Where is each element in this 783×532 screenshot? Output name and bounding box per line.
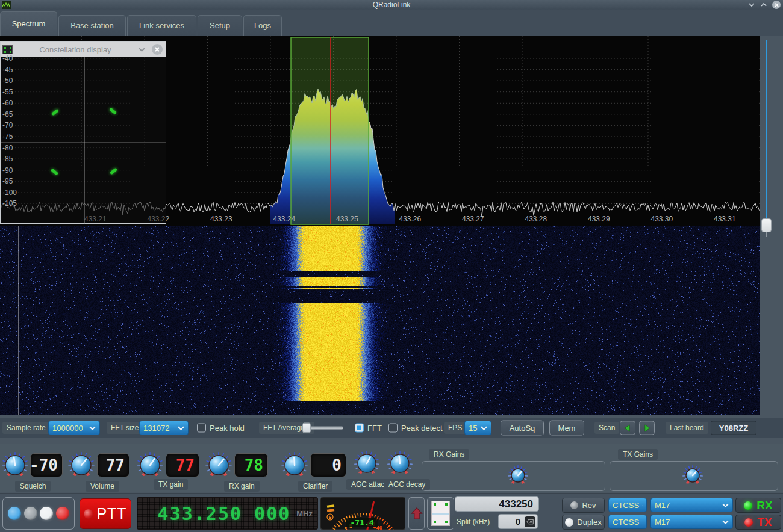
scan-label: Scan	[594, 422, 619, 434]
svg-text:433.29: 433.29	[588, 215, 610, 223]
clarifier-display: 0	[310, 453, 346, 477]
chevron-down-icon	[722, 503, 729, 507]
mode-tx-value: M17	[655, 518, 719, 527]
agc-attack-knob[interactable]	[354, 451, 381, 477]
db-label: -65	[2, 110, 13, 119]
zoom-slider-stub	[766, 232, 767, 237]
rx-gains-knob[interactable]	[508, 465, 528, 486]
fps-dropdown[interactable]: 15	[464, 421, 491, 435]
clear-input-icon[interactable]	[525, 516, 535, 527]
svg-text:433.24: 433.24	[273, 215, 296, 223]
fps-label: FPS	[444, 422, 466, 434]
db-label: -60	[2, 99, 13, 107]
fft-label: FFT	[367, 424, 382, 433]
mode-rx-dropdown[interactable]: M17	[650, 498, 733, 512]
tx-gains-label: TX Gains	[618, 449, 658, 460]
constellation-toggle-button[interactable]	[427, 497, 454, 530]
db-label: -40	[2, 54, 13, 63]
gain-controls-row: -70 Squelch 77 Volume 77 TX gain 78 RX g…	[0, 444, 783, 492]
chevron-down-icon	[722, 520, 729, 524]
rev-button[interactable]: Rev	[562, 498, 605, 513]
constellation-axis-vertical	[84, 57, 85, 224]
rev-label: Rev	[582, 501, 596, 510]
svg-text:-71.4: -71.4	[350, 518, 373, 527]
ctcss-tx-dropdown[interactable]: CTCSS	[608, 515, 647, 529]
waterfall-display[interactable]	[0, 226, 760, 415]
tab-logs[interactable]: Logs	[243, 15, 282, 36]
constellation-point	[51, 109, 59, 116]
frequency-input[interactable]: 433250	[455, 496, 539, 512]
svg-text:433.31: 433.31	[714, 215, 736, 223]
ctcss-rx-dropdown[interactable]: CTCSS	[608, 498, 647, 512]
clarifier-label: Clarifier	[298, 481, 332, 492]
tab-setup[interactable]: Setup	[198, 15, 242, 36]
tab-spectrum[interactable]: Spectrum	[0, 11, 57, 36]
constellation-close-icon[interactable]	[152, 44, 163, 55]
chevron-down-icon	[178, 426, 184, 430]
led2-icon	[24, 507, 37, 520]
constellation-collapse-icon[interactable]	[138, 44, 146, 55]
squelch-knob[interactable]	[2, 452, 28, 478]
fft-size-dropdown[interactable]: 131072	[139, 421, 189, 435]
fft-checkbox[interactable]	[355, 424, 364, 433]
constellation-axis-horizontal	[1, 142, 166, 143]
peak-hold-label: Peak hold	[210, 424, 245, 433]
split-input[interactable]: 0	[498, 514, 538, 529]
tab-base-station[interactable]: Base station	[58, 15, 126, 36]
sample-rate-label: Sample rate	[2, 422, 50, 434]
tx-gain-knob[interactable]	[137, 452, 163, 478]
mode-tx-dropdown[interactable]: M17	[650, 515, 733, 529]
peak-detect-checkbox[interactable]	[388, 424, 398, 433]
tx-led-icon	[744, 518, 753, 527]
scan-forward-button[interactable]	[639, 421, 655, 435]
rx-gains-label: RX Gains	[429, 449, 469, 460]
scan-back-button[interactable]	[620, 421, 635, 435]
clarifier-knob[interactable]	[281, 452, 308, 478]
constellation-title: Constellation display	[13, 45, 138, 54]
constellation-point	[51, 169, 58, 176]
title-bar[interactable]: QRadioLink	[0, 0, 783, 10]
volume-label: Volume	[86, 481, 119, 492]
peak-hold-checkbox[interactable]	[197, 424, 206, 433]
fft-control: FFT	[355, 424, 382, 433]
fft-averaging-slider-handle[interactable]	[302, 423, 311, 433]
rx-gain-label: RX gain	[224, 481, 260, 492]
error-led-icon	[56, 507, 69, 520]
tab-link-services[interactable]: Link services	[127, 15, 196, 36]
ptt-led-icon	[84, 509, 93, 519]
fft-averaging-slider[interactable]	[301, 427, 343, 430]
mem-button[interactable]: Mem	[549, 421, 584, 436]
minimize-icon[interactable]	[748, 2, 755, 7]
volume-knob[interactable]	[68, 452, 95, 478]
autosq-button[interactable]: AutoSq	[501, 421, 544, 436]
agc-decay-knob[interactable]	[387, 451, 414, 477]
zoom-slider-track[interactable]	[766, 40, 767, 220]
rx-gain-knob[interactable]	[205, 452, 232, 478]
ptt-button[interactable]: PTT	[80, 498, 131, 529]
tx-indicator: TX	[735, 515, 781, 530]
tune-up-button[interactable]	[408, 497, 425, 530]
tx-label: TX	[757, 516, 772, 529]
up-arrow-icon	[411, 506, 423, 521]
fft-size-label: FFT size	[107, 422, 143, 434]
tx-gain-display: 77	[166, 453, 199, 477]
constellation-titlebar[interactable]: Constellation display	[1, 42, 166, 57]
zoom-slider-handle[interactable]	[761, 218, 772, 232]
peak-detect-control: Peak detect	[388, 424, 443, 433]
rx-led-icon	[744, 501, 752, 510]
squelch-label: Squelch	[15, 481, 51, 492]
squelch-display: -70	[30, 453, 63, 477]
constellation-icon	[431, 501, 450, 526]
tx-gains-knob[interactable]	[682, 465, 703, 486]
close-icon[interactable]	[772, 1, 781, 9]
chevron-down-icon	[642, 503, 643, 507]
sample-rate-dropdown[interactable]: 1000000	[48, 421, 100, 435]
db-label: -100	[2, 188, 17, 197]
status-led-group	[2, 497, 75, 530]
db-label: -55	[2, 88, 13, 96]
constellation-window[interactable]: Constellation display	[0, 41, 166, 224]
constellation-point	[110, 168, 117, 175]
duplex-label: Duplex	[577, 518, 601, 527]
maximize-icon[interactable]	[760, 2, 767, 7]
duplex-button[interactable]: Duplex	[562, 515, 605, 530]
